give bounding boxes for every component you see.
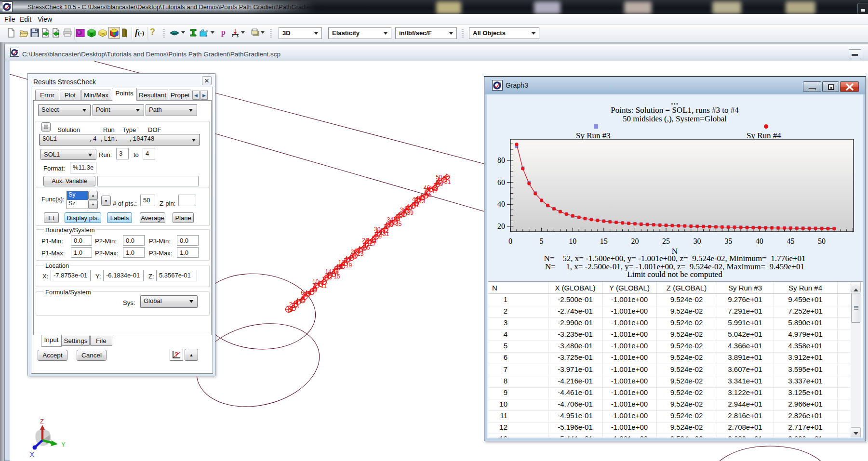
svg-text:50: 50: [436, 174, 442, 181]
svg-text:8: 8: [308, 290, 312, 297]
svg-text:ε: ε: [206, 34, 207, 38]
svg-text:60: 60: [497, 178, 505, 186]
svg-text:24: 24: [357, 248, 364, 254]
svg-text:44: 44: [419, 196, 426, 202]
svg-text:10: 10: [569, 237, 576, 245]
svg-text:Y: Y: [61, 441, 66, 448]
svg-text:52: 52: [444, 175, 451, 182]
svg-text:40: 40: [756, 237, 763, 245]
svg-text:Z: Z: [40, 418, 44, 425]
svg-text:20: 20: [344, 257, 351, 264]
svg-text:0: 0: [508, 237, 512, 245]
svg-text:X: X: [30, 451, 34, 458]
svg-text:25: 25: [662, 237, 670, 245]
svg-text:20: 20: [631, 237, 639, 245]
svg-text:40: 40: [497, 200, 505, 208]
svg-text:45: 45: [787, 237, 794, 245]
svg-text:40: 40: [406, 205, 413, 212]
svg-text:2: 2: [289, 301, 293, 308]
svg-text:80: 80: [497, 156, 505, 164]
svg-text:35: 35: [724, 237, 732, 245]
svg-text:m: m: [102, 32, 105, 36]
svg-text:45: 45: [425, 192, 432, 198]
svg-text:50: 50: [818, 237, 826, 245]
svg-text:4: 4: [295, 300, 298, 306]
svg-text:5: 5: [540, 237, 544, 245]
svg-text:15: 15: [600, 237, 608, 245]
svg-text:30: 30: [694, 237, 701, 245]
svg-text:x: x: [237, 35, 238, 38]
svg-text:20: 20: [497, 222, 505, 230]
svg-text:σ: σ: [206, 29, 209, 32]
svg-text:6: 6: [301, 290, 304, 296]
